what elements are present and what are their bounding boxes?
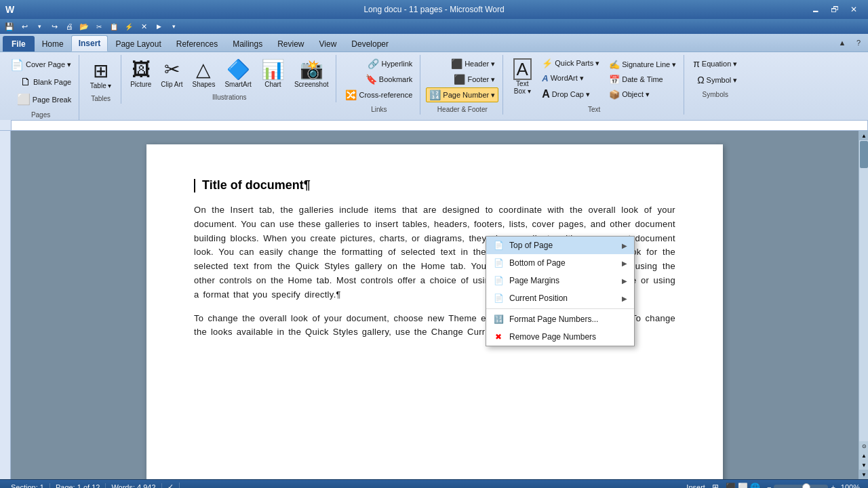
menu-format-page-numbers[interactable]: 🔢 Format Page Numbers... — [486, 310, 634, 328]
more-qa-button[interactable]: ▾ — [167, 20, 180, 33]
text-box-button[interactable]: A TextBox ▾ — [509, 56, 536, 102]
page-status: Page: 1 of 12 — [50, 483, 106, 489]
symbols-group: π Equation ▾ Ω Symbol ▾ Symbols — [686, 55, 745, 100]
ribbon-help-button[interactable]: ? — [852, 37, 865, 49]
open-qa-button[interactable]: 📂 — [77, 20, 91, 33]
document-title: Title of document¶ — [194, 178, 675, 192]
insert-mode-status[interactable]: Insert — [682, 483, 709, 489]
tab-review[interactable]: Review — [270, 36, 311, 52]
redo-qa-button[interactable]: ↪ — [47, 20, 61, 33]
print-qa-button[interactable]: 🖨 — [62, 20, 76, 33]
scroll-page-prev-button[interactable]: ▲ — [859, 451, 868, 460]
zoom-out-button[interactable]: − — [767, 483, 771, 489]
left-margin — [0, 131, 11, 479]
text-box-icon: A — [513, 58, 532, 80]
cover-page-button[interactable]: 📄 Cover Page ▾ — [7, 56, 75, 73]
undo-qa-button[interactable]: ↩ — [18, 20, 31, 33]
minimize-button[interactable]: 🗕 — [807, 3, 825, 16]
current-position-arrow: ▶ — [622, 295, 627, 302]
links-group-label: Links — [338, 106, 420, 113]
blank-page-icon: 🗋 — [20, 76, 31, 88]
scroll-thumb[interactable] — [860, 141, 868, 168]
quick-parts-icon: ⚡ — [542, 58, 553, 68]
footer-icon: ⬛ — [454, 74, 465, 85]
document-page: Title of document¶ On the Insert tab, th… — [146, 144, 723, 479]
bookmark-icon: 🔖 — [366, 74, 377, 85]
screenshot-button[interactable]: 📸 Screenshot — [291, 56, 332, 90]
quick-parts-button[interactable]: ⚡ Quick Parts ▾ — [538, 56, 603, 70]
menu-page-margins[interactable]: 📄 Page Margins ▶ — [486, 272, 634, 289]
spell-check-status[interactable]: ✓ — [162, 483, 180, 488]
save-qa-button[interactable]: 💾 — [3, 20, 16, 33]
close-button[interactable]: ✕ — [845, 3, 863, 16]
remove-page-numbers-icon: ✖ — [493, 331, 504, 342]
page-break-button[interactable]: ⬜ Page Break — [14, 91, 75, 108]
paste-qa-button[interactable]: 📋 — [107, 20, 121, 33]
menu-remove-page-numbers[interactable]: ✖ Remove Page Numbers — [486, 328, 634, 346]
hyperlink-icon: 🔗 — [368, 58, 379, 69]
tab-references[interactable]: References — [169, 36, 225, 52]
menu-separator-1 — [486, 308, 634, 309]
hyperlink-button[interactable]: 🔗 Hyperlink — [364, 56, 416, 71]
wordart-button[interactable]: A WordArt ▾ — [538, 71, 603, 85]
smartart-button[interactable]: 🔷 SmartArt — [221, 56, 254, 90]
ribbon-collapse-button[interactable]: ▲ — [835, 37, 849, 49]
tab-home[interactable]: Home — [35, 36, 71, 52]
zoom-in-button[interactable]: + — [831, 483, 835, 489]
chart-button[interactable]: 📊 Chart — [258, 56, 288, 90]
page-margins-arrow: ▶ — [622, 277, 627, 285]
date-time-button[interactable]: 📅 Date & Time — [606, 73, 679, 87]
object-button[interactable]: 📦 Object ▾ — [606, 87, 679, 102]
tab-page-layout[interactable]: Page Layout — [108, 36, 168, 52]
run-qa-button[interactable]: ▶ — [152, 20, 165, 33]
tab-mailings[interactable]: Mailings — [225, 36, 270, 52]
page-number-button[interactable]: 🔢 Page Number ▾ — [426, 87, 498, 102]
cut-qa-button[interactable]: ✂ — [92, 20, 106, 33]
text-group: A TextBox ▾ ⚡ Quick Parts ▾ A WordArt ▾ … — [505, 55, 684, 115]
web-layout-icon[interactable]: 🌐 — [750, 483, 760, 489]
shapes-button[interactable]: △ Shapes — [189, 56, 219, 90]
word-logo-icon: W — [5, 4, 14, 15]
top-of-page-label: Top of Page — [509, 241, 553, 250]
cross-reference-icon: 🔀 — [345, 89, 357, 100]
blank-page-button[interactable]: 🗋 Blank Page — [17, 74, 75, 90]
picture-button[interactable]: 🖼 Picture — [127, 56, 155, 90]
format-qa-button[interactable]: ⚡ — [122, 20, 136, 33]
tab-developer[interactable]: Developer — [344, 36, 396, 52]
right-scrollbar[interactable]: ▲ ⊙ ▲ ▼ ▼ — [859, 131, 868, 479]
tab-view[interactable]: View — [312, 36, 344, 52]
scroll-page-up-button[interactable]: ⊙ — [859, 441, 868, 451]
tab-file[interactable]: File — [3, 36, 35, 52]
scroll-up-button[interactable]: ▲ — [859, 131, 868, 140]
screenshot-icon: 📸 — [300, 58, 323, 81]
signature-line-button[interactable]: ✍ Signature Line ▾ — [606, 58, 679, 72]
content-area: Title of document¶ On the Insert tab, th… — [0, 131, 868, 479]
cross-reference-button[interactable]: 🔀 Cross-reference — [342, 87, 416, 102]
ribbon-tab-bar: File Home Insert Page Layout References … — [0, 34, 868, 52]
bookmark-button[interactable]: 🔖 Bookmark — [362, 72, 416, 87]
tables-group-label: Tables — [81, 95, 121, 102]
header-button[interactable]: ⬛ Header ▾ — [448, 56, 498, 71]
equation-button[interactable]: π Equation ▾ — [690, 56, 741, 71]
document-area[interactable]: Title of document¶ On the Insert tab, th… — [11, 131, 859, 479]
zoom-bar[interactable] — [774, 485, 828, 489]
page-number-dropdown: 📄 Top of Page ▶ 📄 Bottom of Page ▶ 📄 Pag… — [486, 236, 635, 346]
tab-insert[interactable]: Insert — [71, 35, 108, 52]
drop-cap-button[interactable]: A Drop Cap ▾ — [538, 86, 603, 102]
scroll-page-next-button[interactable]: ▼ — [859, 460, 868, 470]
menu-top-of-page[interactable]: 📄 Top of Page ▶ — [486, 237, 634, 254]
table-button[interactable]: ⊞ Table ▾ — [87, 56, 115, 92]
cancel-qa-button[interactable]: ✕ — [137, 20, 151, 33]
symbols-group-label: Symbols — [686, 91, 745, 98]
clip-art-button[interactable]: ✂ Clip Art — [157, 56, 186, 90]
scroll-down-button[interactable]: ▼ — [859, 470, 868, 479]
full-screen-icon[interactable]: ⬜ — [738, 483, 748, 489]
menu-current-position[interactable]: 📄 Current Position ▶ — [486, 289, 634, 307]
menu-bottom-of-page[interactable]: 📄 Bottom of Page ▶ — [486, 254, 634, 272]
symbol-button[interactable]: Ω Symbol ▾ — [694, 73, 741, 87]
macro-status[interactable]: ⊞ — [712, 483, 719, 489]
print-view-icon[interactable]: ⬛ — [726, 483, 736, 489]
undo-arrow-qa-button[interactable]: ▾ — [33, 20, 46, 33]
footer-button[interactable]: ⬛ Footer ▾ — [450, 72, 498, 87]
restore-button[interactable]: 🗗 — [826, 3, 844, 16]
